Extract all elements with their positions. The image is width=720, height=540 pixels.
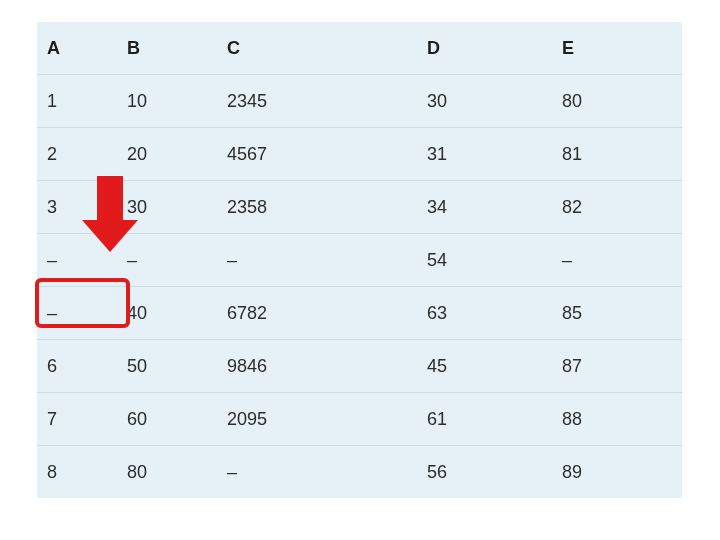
cell-E: 88 (552, 393, 682, 446)
cell-D: 31 (417, 128, 552, 181)
cell-D: 56 (417, 446, 552, 499)
col-header-A: A (37, 22, 117, 75)
cell-B: 50 (117, 340, 217, 393)
table-row: 3 30 2358 34 82 (37, 181, 682, 234)
table-header-row: A B C D E (37, 22, 682, 75)
cell-D: 34 (417, 181, 552, 234)
cell-A: 8 (37, 446, 117, 499)
cell-A: 7 (37, 393, 117, 446)
cell-B: 80 (117, 446, 217, 499)
cell-E: 89 (552, 446, 682, 499)
cell-B: 10 (117, 75, 217, 128)
data-table-container: A B C D E 1 10 2345 30 80 2 20 (37, 22, 682, 498)
col-header-B: B (117, 22, 217, 75)
cell-C: 6782 (217, 287, 417, 340)
cell-E: 87 (552, 340, 682, 393)
cell-E: – (552, 234, 682, 287)
table-row: – 40 6782 63 85 (37, 287, 682, 340)
table-row: 2 20 4567 31 81 (37, 128, 682, 181)
table-row: – – – 54 – (37, 234, 682, 287)
cell-B: 60 (117, 393, 217, 446)
cell-E: 85 (552, 287, 682, 340)
data-table: A B C D E 1 10 2345 30 80 2 20 (37, 22, 682, 498)
cell-B: 30 (117, 181, 217, 234)
cell-A: 6 (37, 340, 117, 393)
col-header-E: E (552, 22, 682, 75)
cell-E: 82 (552, 181, 682, 234)
table-row: 1 10 2345 30 80 (37, 75, 682, 128)
cell-D: 61 (417, 393, 552, 446)
cell-E: 81 (552, 128, 682, 181)
table-row: 7 60 2095 61 88 (37, 393, 682, 446)
cell-B: – (117, 234, 217, 287)
table-row: 8 80 – 56 89 (37, 446, 682, 499)
cell-A: 1 (37, 75, 117, 128)
cell-C: 2358 (217, 181, 417, 234)
cell-A: – (37, 287, 117, 340)
cell-C: 9846 (217, 340, 417, 393)
cell-B: 40 (117, 287, 217, 340)
cell-E: 80 (552, 75, 682, 128)
cell-C: – (217, 446, 417, 499)
cell-C: 2345 (217, 75, 417, 128)
cell-A: 2 (37, 128, 117, 181)
cell-C: 4567 (217, 128, 417, 181)
cell-D: 63 (417, 287, 552, 340)
cell-A: – (37, 234, 117, 287)
cell-A: 3 (37, 181, 117, 234)
stage: A B C D E 1 10 2345 30 80 2 20 (0, 0, 720, 540)
col-header-C: C (217, 22, 417, 75)
cell-D: 45 (417, 340, 552, 393)
cell-D: 30 (417, 75, 552, 128)
cell-C: – (217, 234, 417, 287)
cell-D: 54 (417, 234, 552, 287)
col-header-D: D (417, 22, 552, 75)
table-row: 6 50 9846 45 87 (37, 340, 682, 393)
cell-C: 2095 (217, 393, 417, 446)
cell-B: 20 (117, 128, 217, 181)
